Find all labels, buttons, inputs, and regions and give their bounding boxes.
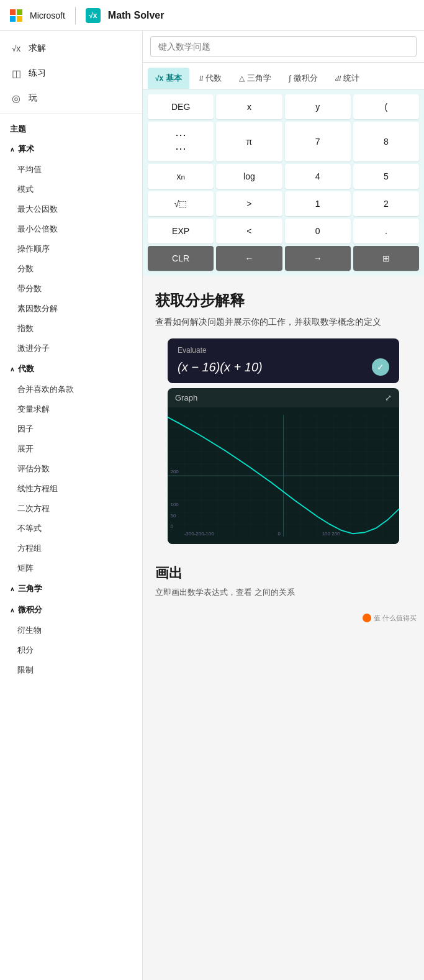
- key-y[interactable]: y: [285, 94, 351, 119]
- category-calculus[interactable]: ∧ 微积分: [0, 599, 142, 620]
- sidebar-item-system-equations[interactable]: 方程组: [0, 538, 142, 558]
- key-7[interactable]: 7: [285, 122, 351, 161]
- app-header: Microsoft √x Math Solver: [0, 0, 424, 31]
- play-icon: ◎: [10, 92, 22, 104]
- key-8[interactable]: 8: [353, 122, 419, 161]
- algebra-chevron: ∧: [10, 366, 14, 373]
- sidebar-item-prime-factorization[interactable]: 素因数分解: [0, 299, 142, 319]
- key-5[interactable]: 5: [353, 164, 419, 189]
- key-backspace[interactable]: ←: [216, 246, 282, 271]
- sidebar-item-solve[interactable]: √x 求解: [0, 36, 142, 61]
- sidebar-item-combine-like[interactable]: 合并喜欢的条款: [0, 379, 142, 399]
- sidebar-item-mode[interactable]: 模式: [0, 179, 142, 199]
- search-input[interactable]: [150, 36, 417, 57]
- key-0[interactable]: 0: [285, 219, 351, 243]
- sidebar-item-average[interactable]: 平均值: [0, 160, 142, 179]
- key-1[interactable]: 1: [285, 191, 351, 216]
- sidebar-item-evaluate-fractions[interactable]: 评估分数: [0, 459, 142, 479]
- sidebar-item-mixed-numbers[interactable]: 带分数: [0, 279, 142, 299]
- header-divider: [75, 7, 76, 24]
- key-forward[interactable]: →: [285, 246, 351, 271]
- sidebar-item-radicals[interactable]: 激进分子: [0, 338, 142, 358]
- tab-statistics-label: 统计: [343, 73, 359, 84]
- draw-title: 画出: [155, 564, 412, 583]
- svg-text:-300-200-100: -300-200-100: [184, 531, 215, 537]
- main-layout: √x 求解 ◫ 练习 ◎ 玩 主题 ∧ 算术 平均值 模式 最大公因数 最小公倍…: [0, 31, 424, 980]
- arithmetic-chevron: ∧: [10, 146, 14, 153]
- tab-statistics[interactable]: 𝑑𝑙 统计: [328, 68, 367, 89]
- sidebar-item-factor[interactable]: 因子: [0, 419, 142, 439]
- key-gt[interactable]: >: [216, 191, 282, 216]
- key-log[interactable]: log: [216, 164, 282, 189]
- sidebar-item-inequalities[interactable]: 不等式: [0, 519, 142, 538]
- key-decimal[interactable]: .: [353, 219, 419, 243]
- sidebar-item-solve-variable[interactable]: 变量求解: [0, 399, 142, 419]
- sidebar-item-derivatives[interactable]: 衍生物: [0, 620, 142, 640]
- calculator-tabs: √x 基本 𝑙𝑙 代数 △ 三角学 ∫ 微积分 𝑑𝑙 统计: [143, 63, 424, 89]
- tab-basic-label: 基本: [166, 73, 182, 84]
- sidebar-item-limits[interactable]: 限制: [0, 660, 142, 680]
- tab-trigonometry[interactable]: △ 三角学: [232, 68, 279, 89]
- key-clr[interactable]: CLR: [148, 246, 214, 271]
- sidebar-item-fractions[interactable]: 分数: [0, 259, 142, 279]
- tab-algebra[interactable]: 𝑙𝑙 代数: [192, 68, 229, 89]
- evaluate-card: Evaluate (x − 16)(x + 10) ✓: [168, 338, 399, 383]
- sidebar-item-exponents[interactable]: 指数: [0, 319, 142, 338]
- watermark-text: 值 什么值得买: [374, 614, 417, 623]
- category-algebra[interactable]: ∧ 代数: [0, 358, 142, 379]
- sidebar-item-linear-equations[interactable]: 线性方程组: [0, 479, 142, 499]
- evaluate-label: Evaluate: [178, 346, 389, 355]
- bottom-bar: 值 什么值得买: [143, 609, 424, 628]
- ms-logo-red: [10, 9, 16, 15]
- graph-body: 200 100 50 0 -300-200-100 0 100 200: [168, 407, 399, 544]
- sidebar-item-integrals[interactable]: 积分: [0, 640, 142, 660]
- key-open-paren[interactable]: (: [353, 94, 419, 119]
- practice-icon: ◫: [10, 67, 22, 79]
- graph-card: Graph ⤢: [168, 388, 399, 544]
- category-trigonometry[interactable]: ∧ 三角学: [0, 578, 142, 599]
- key-dotmatrix[interactable]: ⋯⋯: [148, 122, 214, 161]
- calculus-chevron: ∧: [10, 607, 14, 614]
- sidebar-item-play[interactable]: ◎ 玩: [0, 86, 142, 111]
- draw-section: 画出 立即画出数学表达式，查看 之间的关系: [143, 554, 424, 609]
- key-exp[interactable]: EXP: [148, 219, 214, 243]
- solve-icon: √x: [10, 42, 22, 55]
- key-grid[interactable]: ⊞: [353, 246, 419, 271]
- key-4[interactable]: 4: [285, 164, 351, 189]
- evaluate-expression: (x − 16)(x + 10): [178, 360, 263, 374]
- graph-header: Graph ⤢: [168, 388, 399, 407]
- key-2[interactable]: 2: [353, 191, 419, 216]
- sidebar-item-gcd[interactable]: 最大公因数: [0, 199, 142, 219]
- key-deg[interactable]: DEG: [148, 94, 214, 119]
- graph-svg: 200 100 50 0 -300-200-100 0 100 200: [168, 407, 399, 544]
- category-calculus-label: 微积分: [18, 604, 42, 615]
- sidebar-item-order-of-ops[interactable]: 操作顺序: [0, 239, 142, 259]
- basic-tab-icon: √x: [155, 74, 163, 83]
- tab-calculus[interactable]: ∫ 微积分: [281, 68, 325, 89]
- sidebar-item-practice[interactable]: ◫ 练习: [0, 61, 142, 86]
- sidebar-item-quadratic[interactable]: 二次方程: [0, 499, 142, 519]
- svg-text:0: 0: [278, 531, 281, 537]
- ms-logo-blue: [10, 16, 16, 22]
- sidebar-item-lcm[interactable]: 最小公倍数: [0, 219, 142, 239]
- sidebar-item-matrices[interactable]: 矩阵: [0, 558, 142, 578]
- key-sqrt[interactable]: √⬚: [148, 191, 214, 216]
- evaluate-check-icon: ✓: [372, 358, 389, 376]
- key-x[interactable]: x: [216, 94, 282, 119]
- key-xn[interactable]: xn: [148, 164, 214, 189]
- trig-tab-icon: △: [239, 74, 245, 83]
- key-lt[interactable]: <: [216, 219, 282, 243]
- main-content: √x 基本 𝑙𝑙 代数 △ 三角学 ∫ 微积分 𝑑𝑙 统计 DE: [143, 31, 424, 980]
- step-explanation-section: 获取分步解释 查看如何解决问题并展示你的工作，并获取数学概念的定义 Evalua…: [143, 276, 424, 554]
- key-pi[interactable]: π: [216, 122, 282, 161]
- sidebar-item-solve-label: 求解: [29, 43, 46, 54]
- graph-expand-icon[interactable]: ⤢: [385, 393, 392, 402]
- tab-basic[interactable]: √x 基本: [148, 68, 189, 89]
- svg-text:50: 50: [170, 513, 176, 519]
- category-arithmetic[interactable]: ∧ 算术: [0, 138, 142, 160]
- svg-text:100: 100: [170, 502, 179, 507]
- step-description: 查看如何解决问题并展示你的工作，并获取数学概念的定义: [155, 315, 412, 329]
- app-icon: √x: [86, 8, 101, 23]
- sidebar-item-expand[interactable]: 展开: [0, 439, 142, 459]
- evaluate-expression-row: (x − 16)(x + 10) ✓: [178, 358, 389, 376]
